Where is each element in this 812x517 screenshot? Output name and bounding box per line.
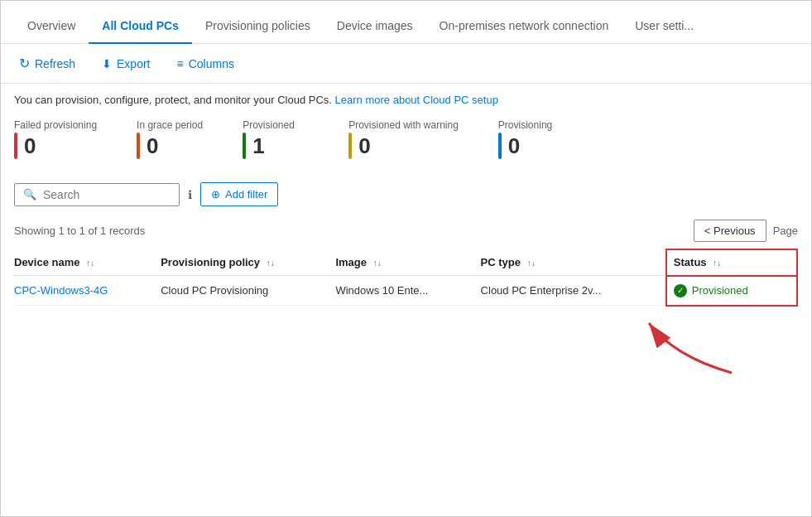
filter-icon: ⊕ <box>211 188 220 201</box>
filter-row: 🔍 ℹ ⊕ Add filter <box>1 176 811 213</box>
cell-status: ✓ Provisioned <box>666 276 797 306</box>
info-icon[interactable]: ℹ <box>188 188 192 201</box>
arrow-annotation <box>14 307 798 381</box>
tab-on-premises[interactable]: On-premises network connection <box>426 7 622 44</box>
status-card-grace: In grace period 0 <box>137 116 203 162</box>
status-provisioned: ✓ Provisioned <box>674 284 786 297</box>
col-pc-type: PC type ↑↓ <box>481 249 666 276</box>
nav-tabs: Overview All Cloud PCs Provisioning poli… <box>1 1 811 44</box>
add-filter-button[interactable]: ⊕ Add filter <box>200 182 278 206</box>
table-container: Device name ↑↓ Provisioning policy ↑↓ Im… <box>1 249 811 381</box>
device-link[interactable]: CPC-Windows3-4G <box>14 284 108 297</box>
columns-icon: ≡ <box>177 57 184 70</box>
sort-icon-image[interactable]: ↑↓ <box>373 258 382 268</box>
sort-icon-status[interactable]: ↑↓ <box>713 258 721 268</box>
page-label: Page <box>773 225 798 237</box>
col-device-name: Device name ↑↓ <box>14 249 161 276</box>
refresh-icon: ↻ <box>19 56 30 71</box>
col-image: Image ↑↓ <box>335 249 480 276</box>
search-icon: 🔍 <box>23 188 36 201</box>
sort-icon-device-name[interactable]: ↑↓ <box>86 258 94 268</box>
search-input[interactable] <box>43 188 159 201</box>
previous-button[interactable]: < Previous <box>694 220 766 242</box>
status-bar-grace <box>137 133 140 159</box>
columns-button[interactable]: ≡ Columns <box>172 54 239 74</box>
tab-provisioning-policies[interactable]: Provisioning policies <box>192 7 324 44</box>
table-header-row: Device name ↑↓ Provisioning policy ↑↓ Im… <box>14 249 797 276</box>
check-icon: ✓ <box>674 284 687 297</box>
tab-device-images[interactable]: Device images <box>324 7 426 44</box>
sort-icon-pc-type[interactable]: ↑↓ <box>527 258 536 268</box>
pagination: < Previous Page <box>694 220 798 242</box>
tab-all-cloud-pcs[interactable]: All Cloud PCs <box>89 7 192 44</box>
export-button[interactable]: ⬇ Export <box>97 54 155 74</box>
status-bar-provisioned <box>243 133 246 159</box>
sort-icon-policy[interactable]: ↑↓ <box>267 258 275 268</box>
red-arrow-svg <box>624 307 757 381</box>
status-bar-failed <box>14 133 17 159</box>
status-card-provisioned: Provisioned 1 <box>243 116 309 162</box>
cloud-pc-table: Device name ↑↓ Provisioning policy ↑↓ Im… <box>14 249 798 307</box>
status-card-failed: Failed provisioning 0 <box>14 116 97 162</box>
col-status: Status ↑↓ <box>666 249 797 276</box>
status-card-provisioning: Provisioning 0 <box>498 116 565 162</box>
info-bar: You can provision, configure, protect, a… <box>1 84 811 116</box>
toolbar: ↻ Refresh ⬇ Export ≡ Columns <box>1 44 811 84</box>
cell-pc-type: Cloud PC Enterprise 2v... <box>481 276 666 306</box>
status-card-warning: Provisioned with warning 0 <box>348 116 459 162</box>
records-row: Showing 1 to 1 of 1 records < Previous P… <box>1 213 811 249</box>
status-bar-warning <box>348 133 352 159</box>
status-bar-provisioning <box>498 133 502 159</box>
tab-overview[interactable]: Overview <box>14 7 89 44</box>
cell-device-name: CPC-Windows3-4G <box>14 276 161 306</box>
table-row: CPC-Windows3-4G Cloud PC Provisioning Wi… <box>14 276 797 306</box>
refresh-button[interactable]: ↻ Refresh <box>14 52 80 75</box>
col-provisioning-policy: Provisioning policy ↑↓ <box>161 249 335 276</box>
tab-user-settings[interactable]: User setti... <box>622 7 707 44</box>
cell-provisioning-policy: Cloud PC Provisioning <box>161 276 335 306</box>
learn-more-link[interactable]: Learn more about Cloud PC setup <box>335 94 498 106</box>
status-cards: Failed provisioning 0 In grace period 0 … <box>1 116 811 176</box>
export-icon: ⬇ <box>102 57 112 70</box>
search-box[interactable]: 🔍 <box>14 183 180 206</box>
cell-image: Windows 10 Ente... <box>335 276 480 306</box>
